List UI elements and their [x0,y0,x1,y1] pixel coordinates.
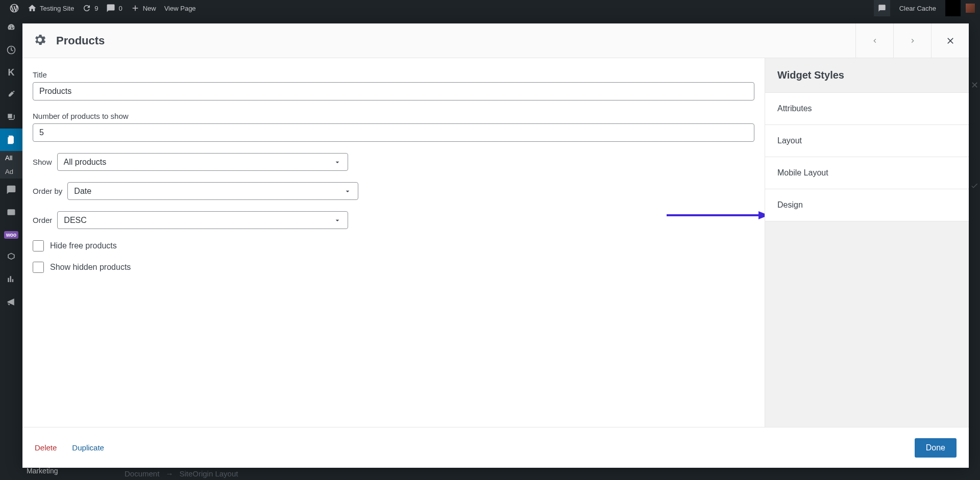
dashboard-menu[interactable] [0,16,22,39]
new-label: New [143,5,156,12]
styles-attributes-section[interactable]: Attributes [765,92,969,124]
chevron-left-icon [871,37,879,45]
pages-menu[interactable] [0,129,22,151]
cache-notice-icon[interactable] [874,0,890,16]
svg-marker-3 [758,211,765,219]
show-select[interactable]: All products [57,153,348,171]
close-icon [945,36,955,46]
show-hidden-checkbox[interactable] [33,262,44,273]
admin-bar: Testing Site 9 0 New View Page Clear Cac… [0,0,980,16]
widget-edit-modal: Products Title Number of products to sho… [22,23,969,468]
title-input[interactable] [33,82,754,100]
woocommerce-menu[interactable]: woo [0,223,22,246]
comment-icon [878,4,886,12]
avatar[interactable] [966,4,975,13]
done-button[interactable]: Done [915,438,957,458]
wordpress-logo[interactable] [5,0,23,16]
hide-free-checkbox[interactable] [33,240,44,251]
plus-icon [131,4,140,13]
modal-title: Products [56,34,105,47]
kadence-menu[interactable]: K [0,61,22,84]
gear-icon [33,33,47,49]
new-link[interactable]: New [127,0,160,16]
pages-all-link[interactable]: All [0,151,22,165]
view-page-text: View Page [164,5,196,12]
wp-admin-sidebar: K All Ad woo [0,16,22,480]
num-products-input[interactable] [33,123,754,142]
num-products-label: Number of products to show [33,112,754,120]
widget-form: Title Number of products to show Show Al… [22,58,765,427]
modal-header: Products [22,23,969,58]
analytics-menu[interactable] [0,268,22,291]
sitekit-menu[interactable] [0,39,22,61]
marketing-menu-label: Marketing [27,467,58,475]
clear-cache-link[interactable]: Clear Cache [895,0,940,16]
background-close-icon[interactable]: ✕ [969,80,980,91]
next-widget-button[interactable] [893,23,931,58]
close-button[interactable] [931,23,969,58]
comments-count: 0 [118,5,122,12]
widget-styles-header: Widget Styles [765,58,969,92]
updates-count: 9 [94,5,98,12]
media-menu[interactable] [0,106,22,129]
site-name-text: Testing Site [40,5,74,12]
duplicate-button[interactable]: Duplicate [72,443,104,452]
show-hidden-label: Show hidden products [50,263,131,272]
styles-design-section[interactable]: Design [765,189,969,221]
hide-free-label: Hide free products [50,241,117,250]
show-label: Show [33,158,52,166]
styles-mobile-layout-section[interactable]: Mobile Layout [765,157,969,189]
site-name-link[interactable]: Testing Site [23,0,78,16]
breadcrumb-siteorigin[interactable]: SiteOrigin Layout [179,469,238,478]
comments-menu[interactable] [0,179,22,201]
updates-link[interactable]: 9 [78,0,102,16]
delete-button[interactable]: Delete [35,443,57,452]
marketing-menu[interactable] [0,291,22,313]
modal-footer: Delete Duplicate Done [22,427,969,468]
pages-add-link[interactable]: Ad [0,165,22,179]
user-menu-blank[interactable] [945,0,961,16]
comment-icon [106,4,115,13]
posts-menu[interactable] [0,84,22,106]
order-select[interactable]: DESC [57,211,348,229]
styles-layout-section[interactable]: Layout [765,124,969,157]
feedback-menu[interactable] [0,201,22,223]
order-label: Order [33,216,52,224]
breadcrumb-separator-icon: → [165,469,173,478]
title-label: Title [33,70,754,79]
orderby-label: Order by [33,187,62,195]
comments-link[interactable]: 0 [102,0,126,16]
home-icon [28,4,37,13]
view-page-link[interactable]: View Page [160,0,200,16]
background-check-icon [969,182,980,190]
svg-rect-1 [8,209,15,215]
annotation-arrow-icon [667,210,765,220]
orderby-select[interactable]: Date [67,182,358,200]
block-breadcrumb: Document → SiteOrigin Layout [125,469,238,478]
products-menu[interactable] [0,246,22,268]
chevron-right-icon [909,37,917,45]
clear-cache-text: Clear Cache [899,5,936,12]
refresh-icon [82,4,91,13]
widget-styles-panel: Widget Styles Attributes Layout Mobile L… [765,58,969,427]
breadcrumb-document[interactable]: Document [125,469,159,478]
prev-widget-button[interactable] [855,23,893,58]
